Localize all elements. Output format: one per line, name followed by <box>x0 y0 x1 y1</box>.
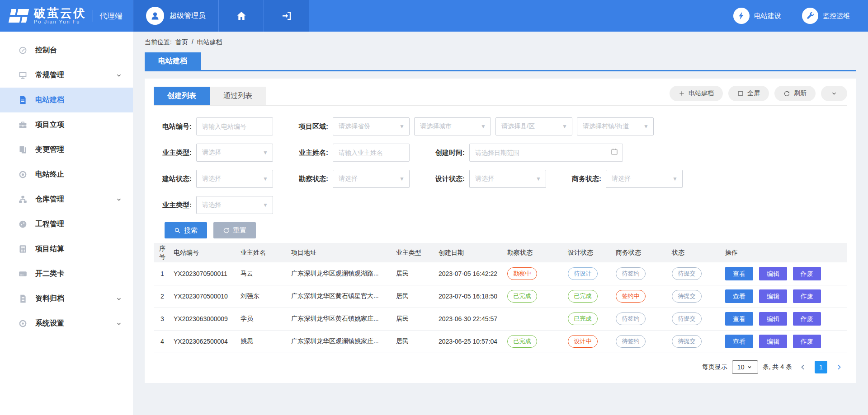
sidebar-item-project-initiation[interactable]: 项目立项 <box>0 112 133 137</box>
sidebar-item-system-settings[interactable]: 系统设置 <box>0 311 133 336</box>
owner-type2-select[interactable]: 请选择 ▼ <box>196 196 273 214</box>
filter-owner-type: 业主类型: 请选择 ▼ <box>155 144 273 162</box>
sidebar-item-console[interactable]: 控制台 <box>0 38 133 63</box>
sidebar-item-label: 开二类卡 <box>35 269 64 279</box>
home-button[interactable] <box>218 0 264 32</box>
col-survey: 勘察状态 <box>505 243 565 262</box>
void-button[interactable]: 作废 <box>793 335 821 348</box>
build-status-select[interactable]: 请选择 ▼ <box>196 170 273 188</box>
sidebar-item-label: 变更管理 <box>35 145 64 154</box>
meter-icon <box>18 219 28 229</box>
city-select[interactable]: 请选择城市 ▼ <box>414 117 491 135</box>
view-button[interactable]: 查看 <box>725 267 753 280</box>
collapse-panel-button[interactable] <box>821 86 847 101</box>
refresh-icon <box>783 90 790 97</box>
fullscreen-button[interactable]: 全屏 <box>728 86 769 101</box>
next-page-button[interactable] <box>833 363 845 372</box>
nav-monitor-ops-label: 监控运维 <box>823 12 850 20</box>
nav-station-build[interactable]: 电站建设 <box>733 8 781 24</box>
user-menu[interactable]: 超级管理员 <box>133 0 218 32</box>
owner-type-placeholder: 请选择 <box>202 149 221 157</box>
logout-button[interactable] <box>264 0 309 32</box>
chevron-down-icon <box>116 296 122 302</box>
tab-passed-list[interactable]: 通过列表 <box>210 87 266 105</box>
sidebar-item-label: 控制台 <box>35 46 57 55</box>
view-button[interactable]: 查看 <box>725 312 753 326</box>
sidebar-item-station-termination[interactable]: 电站终止 <box>0 162 133 187</box>
sidebar-item-warehouse-mgmt[interactable]: 仓库管理 <box>0 187 133 212</box>
main-content: 当前位置: 首页 / 电站建档 电站建档 创建列表 通过列表 电站建档 <box>133 32 868 415</box>
sidebar-item-project-settlement[interactable]: 项目结算 <box>0 237 133 261</box>
caret-down-icon: ▼ <box>536 176 541 182</box>
tab-create-list[interactable]: 创建列表 <box>154 87 210 105</box>
filter-buttons: 搜索 重置 <box>165 222 847 238</box>
refresh-button[interactable]: 刷新 <box>774 86 816 101</box>
table-row: 4 YX2023062500004 姚思 广东深圳龙华区观澜镇姚家庄... 居民… <box>154 330 847 353</box>
owner-type-select[interactable]: 请选择 ▼ <box>196 144 273 162</box>
date-range-input[interactable] <box>469 144 623 162</box>
sidebar-item-type2-card[interactable]: 开二类卡 <box>0 261 133 286</box>
cell-created: 2023-07-05 16:42:22 <box>436 262 505 285</box>
cell-seq: 2 <box>154 285 171 308</box>
topbar-nav: 电站建设 监控运维 <box>733 0 868 32</box>
home-icon <box>236 10 247 21</box>
caret-down-icon: ▼ <box>562 123 567 130</box>
town-placeholder: 请选择村镇/街道 <box>583 122 629 131</box>
design-status-select[interactable]: 请选择 ▼ <box>469 170 546 188</box>
province-select[interactable]: 请选择省份 ▼ <box>333 117 410 135</box>
town-select[interactable]: 请选择村镇/街道 ▼ <box>577 117 654 135</box>
sidebar: 控制台 常规管理 电站建档 项目立项 <box>0 32 133 415</box>
prev-page-button[interactable] <box>797 363 809 372</box>
sidebar-item-station-archive[interactable]: 电站建档 <box>0 88 133 112</box>
filter-row-1: 电站编号: 项目区域: 请选择省份 ▼ 请选择城市 ▼ <box>155 117 847 135</box>
view-button[interactable]: 查看 <box>725 289 753 303</box>
sidebar-item-label: 系统设置 <box>35 319 64 328</box>
reset-button[interactable]: 重置 <box>213 222 256 238</box>
edit-button[interactable]: 编辑 <box>759 267 787 280</box>
sidebar-item-change-mgmt[interactable]: 变更管理 <box>0 137 133 162</box>
search-button[interactable]: 搜索 <box>165 222 207 238</box>
table-row: 3 YX2023063000009 学员 广东深圳龙华区黄石镇姚家庄... 居民… <box>154 308 847 330</box>
status-badge: 已完成 <box>507 335 537 348</box>
status-badge: 设计中 <box>568 335 598 348</box>
status-badge: 勘察中 <box>507 267 537 280</box>
sidebar-item-data-archive[interactable]: 资料归档 <box>0 286 133 311</box>
table-row: 2 YX2023070500010 刘强东 广东深圳龙华区黄石镇星官大... 居… <box>154 285 847 308</box>
station-code-input[interactable] <box>196 117 273 135</box>
gauge-icon <box>18 46 28 55</box>
edit-button[interactable]: 编辑 <box>759 289 787 303</box>
caret-down-icon: ▼ <box>263 176 268 182</box>
edit-button[interactable]: 编辑 <box>759 335 787 348</box>
sidebar-item-label: 常规管理 <box>35 70 64 80</box>
records-table: 序号 电站编号 业主姓名 项目地址 业主类型 创建日期 勘察状态 设计状态 商务… <box>154 243 847 353</box>
nav-monitor-ops[interactable]: 监控运维 <box>802 8 850 24</box>
view-button[interactable]: 查看 <box>725 335 753 348</box>
cell-seq: 4 <box>154 330 171 353</box>
caret-down-icon: ▼ <box>672 176 678 182</box>
void-button[interactable]: 作废 <box>793 289 821 303</box>
void-button[interactable]: 作废 <box>793 267 821 280</box>
business-status-select[interactable]: 请选择 ▼ <box>606 170 683 188</box>
col-status: 状态 <box>669 243 722 262</box>
date-range-wrap <box>469 144 623 162</box>
user-name: 超级管理员 <box>170 11 206 21</box>
reset-label: 重置 <box>233 226 246 235</box>
sidebar-item-engineering-mgmt[interactable]: 工程管理 <box>0 212 133 237</box>
copy-icon <box>18 145 28 154</box>
survey-status-select[interactable]: 请选择 ▼ <box>333 170 410 188</box>
void-button[interactable]: 作废 <box>793 312 821 326</box>
breadcrumb-home[interactable]: 首页 <box>175 38 188 46</box>
per-page-select[interactable]: 10 <box>732 360 758 374</box>
cell-code: YX2023070500011 <box>171 262 238 285</box>
sidebar-item-label: 资料归档 <box>35 294 64 303</box>
county-select[interactable]: 请选择县/区 ▼ <box>495 117 572 135</box>
create-station-button[interactable]: 电站建档 <box>670 86 723 101</box>
filter-row-4: 业主类型: 请选择 ▼ <box>155 196 847 214</box>
status-badge: 已完成 <box>568 312 598 325</box>
sidebar-item-general-mgmt[interactable]: 常规管理 <box>0 63 133 88</box>
survey-status-placeholder: 请选择 <box>339 175 358 183</box>
edit-button[interactable]: 编辑 <box>759 312 787 326</box>
owner-name-input[interactable] <box>333 144 410 162</box>
page-tab-station-archive[interactable]: 电站建档 <box>145 52 201 70</box>
page-1-button[interactable]: 1 <box>815 361 827 373</box>
